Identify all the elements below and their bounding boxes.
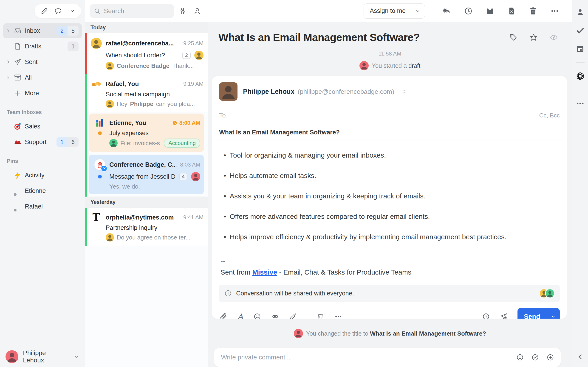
conversation-item-selected[interactable]: Conference Badge, C... 8:03 AM Message f… <box>85 153 208 197</box>
chevron-down-icon <box>415 8 421 14</box>
paper-plane-icon <box>14 58 25 66</box>
private-comment-input[interactable] <box>221 354 516 361</box>
ellipsis-icon <box>576 99 585 108</box>
assigned-bar <box>85 112 87 153</box>
cc-bcc-toggle[interactable]: Cc, Bcc <box>539 112 560 119</box>
conversation-item[interactable]: T orphelia@nytimes.com 9:41 AM Partnersh… <box>85 208 208 246</box>
avatar <box>106 233 114 242</box>
message-count-badge: 4 <box>179 173 187 180</box>
compose-chat-button[interactable] <box>52 6 64 16</box>
list-header <box>85 0 208 22</box>
sidebar-item-label: Sent <box>25 58 78 66</box>
comment-add-button[interactable] <box>546 353 555 362</box>
label-button[interactable] <box>508 32 519 43</box>
sidebar-item-etienne[interactable]: Etienne <box>3 184 82 198</box>
snippet: Yes, we do. <box>109 183 140 190</box>
text-format-button[interactable]: A <box>237 312 244 319</box>
email-body-editor[interactable]: Tool for organizing & managing your emai… <box>212 141 567 254</box>
reply-all-button[interactable] <box>441 6 452 16</box>
conversation-list: Today rafael@conferenceba... 9:25 AM Whe… <box>85 0 208 367</box>
trash-button[interactable] <box>528 6 538 16</box>
archive-button[interactable] <box>485 6 495 16</box>
snippet: can you plea... <box>156 100 195 108</box>
chevron-right-icon[interactable] <box>6 59 14 65</box>
sidebar-item-all[interactable]: All <box>3 70 82 85</box>
comment-emoji-button[interactable] <box>516 353 524 362</box>
contact-panel-button[interactable] <box>575 7 585 17</box>
assign-to-me-button[interactable]: Assign to me <box>364 7 411 15</box>
label-tag[interactable]: Accounting <box>164 139 200 148</box>
sidebar-item-support[interactable]: Support 16 <box>3 135 82 149</box>
to-field[interactable]: To Cc, Bcc <box>212 107 567 124</box>
tasks-panel-button[interactable] <box>575 26 585 35</box>
time: 8:03 AM <box>180 161 200 168</box>
signature-button[interactable] <box>289 312 297 319</box>
pen-plus-icon <box>289 313 297 319</box>
bullet-item: Tool for organizing & managing your emai… <box>221 150 551 160</box>
missive-link[interactable]: Missive <box>252 268 277 276</box>
chevron-right-icon[interactable] <box>6 75 14 80</box>
snippet-author: Philippe <box>130 100 153 108</box>
send-options-button[interactable] <box>547 311 560 319</box>
conversation-item[interactable]: rafael@conferenceba... 9:25 AM When shou… <box>85 33 208 74</box>
more-integrations-button[interactable] <box>575 99 585 108</box>
delete-draft-button[interactable] <box>316 312 325 319</box>
account-switch-icon[interactable] <box>401 88 408 95</box>
trash-icon <box>317 313 324 319</box>
sender-avatar <box>219 82 237 101</box>
comment-task-button[interactable] <box>531 353 540 362</box>
collapse-panel-button[interactable] <box>575 352 585 361</box>
draft-email-card: Philippe Lehoux(philippe@conferencebadge… <box>212 76 567 319</box>
chat-bubble-icon <box>54 7 62 15</box>
assign-options-button[interactable] <box>411 8 425 14</box>
assignee-filter-button[interactable] <box>191 5 204 17</box>
compose-options-button[interactable] <box>67 7 78 15</box>
snooze-button[interactable] <box>463 6 474 16</box>
draft-file-icon <box>14 42 25 50</box>
from-name: Philippe Lehoux <box>243 88 294 95</box>
sidebar-item-sent[interactable]: Sent <box>3 55 82 69</box>
sidebar-item-drafts[interactable]: Drafts 1 <box>3 39 82 54</box>
snippet-prefix: Hey <box>117 100 127 108</box>
send-later-button[interactable] <box>482 312 490 319</box>
calendar-panel-button[interactable] <box>575 44 585 54</box>
more-actions-button[interactable] <box>549 6 560 16</box>
junk-button[interactable] <box>506 6 517 16</box>
calendar-icon <box>576 44 585 53</box>
compose-email-button[interactable] <box>38 6 51 16</box>
unread-dot <box>98 175 102 178</box>
subject-field[interactable]: What Is an Email Management Software? <box>212 124 567 141</box>
avatar <box>106 62 114 70</box>
send-button[interactable]: Send <box>518 313 547 319</box>
sidebar-item-inbox[interactable]: Inbox 25 <box>3 23 82 38</box>
mark-unseen-button[interactable] <box>548 32 559 43</box>
star-button[interactable] <box>528 32 539 43</box>
presence-dot <box>13 192 17 197</box>
scheduled-send-button[interactable] <box>500 312 508 319</box>
nytimes-logo-icon: T <box>93 212 100 223</box>
messenger-icon <box>101 165 107 172</box>
more-compose-button[interactable] <box>334 312 343 319</box>
chevron-right-icon[interactable] <box>6 28 14 33</box>
chevron-left-icon <box>576 352 585 361</box>
sidebar-item-activity[interactable]: Activity <box>3 168 82 183</box>
openai-integration-button[interactable] <box>575 71 585 81</box>
search-input[interactable] <box>90 4 174 18</box>
sidebar-item-label: All <box>25 74 78 81</box>
chevron-down-icon <box>69 8 75 14</box>
emoji-button[interactable] <box>253 312 262 319</box>
conversation-item-snoozed[interactable]: Etienne, You 8:00 AM July expenses File:… <box>85 112 208 153</box>
conversation-item[interactable]: Rafael, You 9:19 AM Social media campaig… <box>85 74 208 112</box>
sidebar-item-sales[interactable]: Sales <box>3 119 82 134</box>
avatar <box>294 329 303 338</box>
sidebar-item-more[interactable]: More <box>3 86 82 100</box>
attach-button[interactable] <box>219 312 228 319</box>
sidebar-item-rafael[interactable]: Rafael <box>3 199 82 214</box>
search-icon <box>94 8 101 15</box>
filter-button[interactable] <box>176 5 189 17</box>
activity-log-entry: You changed the title to What Is an Emai… <box>208 329 572 338</box>
insert-link-button[interactable] <box>271 312 279 319</box>
thread-title[interactable]: What Is an Email Management Software? <box>218 31 498 44</box>
from-row[interactable]: Philippe Lehoux(philippe@conferencebadge… <box>212 76 567 107</box>
user-menu[interactable]: Philippe Lehoux <box>0 346 85 367</box>
